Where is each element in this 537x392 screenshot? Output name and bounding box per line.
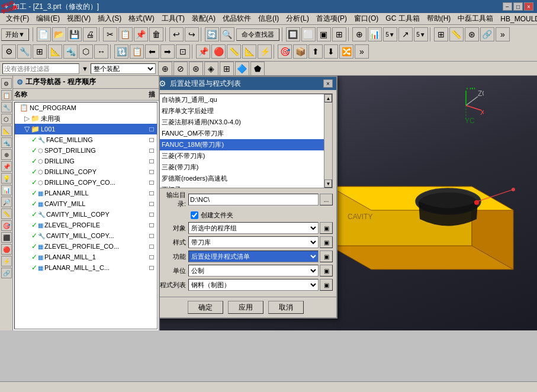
assembly-select[interactable]: 整个装配	[91, 63, 156, 74]
tb2-14[interactable]: 🔴	[211, 44, 226, 59]
style-select[interactable]: 带刀库	[188, 236, 319, 248]
side-icon-15[interactable]: 🔴	[1, 244, 12, 255]
tb-save[interactable]: 💾	[67, 27, 82, 41]
tb2-5[interactable]: 🔩	[63, 44, 78, 59]
tree-planar-mill-1-c[interactable]: ✓ ▦ PLANAR_MILL_1_C... □	[15, 262, 157, 273]
tb2-10[interactable]: ⬅	[145, 44, 159, 59]
side-icon-8[interactable]: 📌	[1, 161, 12, 172]
tb-layer[interactable]: 📊	[368, 27, 382, 41]
tb-delete[interactable]: 🗑	[149, 27, 163, 41]
tb-cut[interactable]: ✂	[103, 27, 117, 41]
object-select[interactable]: 所选中的程序组	[188, 222, 319, 234]
tb2-13[interactable]: 📌	[196, 44, 210, 59]
menu-tools[interactable]: 工具(T)	[158, 12, 188, 25]
object-select-btn[interactable]: ▣	[320, 222, 333, 234]
tree-cavity-mill-copy2[interactable]: ✓ 🔧 CAVITY_MILL_COPY... □	[15, 230, 157, 241]
side-icon-4[interactable]: ⬡	[1, 114, 12, 124]
tb-snap[interactable]: ⊕	[352, 27, 366, 41]
tree-zlevel-profile[interactable]: ✓ ▦ ZLEVEL_PROFILE □	[15, 220, 157, 230]
list-mit-notool[interactable]: 三菱(不带刀库)	[160, 150, 324, 162]
side-icon-14[interactable]: ⬛	[1, 232, 12, 243]
apply-btn[interactable]: 应用	[228, 301, 263, 314]
tb-grid[interactable]: ⊞	[434, 27, 448, 41]
tb-5[interactable]: 5▼	[383, 27, 397, 41]
tree-drilling-copy[interactable]: ✓ ⬡ DRILLING_COPY □	[15, 166, 157, 177]
tb-view2[interactable]: ⬜	[301, 27, 316, 41]
side-icon-6[interactable]: 🔩	[1, 137, 12, 148]
list-fanuc-18m[interactable]: FANUC_18M(带刀库)	[160, 139, 324, 150]
menu-info[interactable]: 信息(I)	[255, 12, 282, 25]
style-select-btn[interactable]: ▣	[320, 236, 333, 248]
menu-gc[interactable]: GC 工具箱	[382, 12, 423, 25]
menu-help[interactable]: 帮助(H)	[423, 12, 455, 25]
tb2-12[interactable]: ⊡	[176, 44, 190, 59]
prog-list-select[interactable]: 钢料（制图）	[188, 279, 319, 291]
tb2-8[interactable]: 🔃	[114, 44, 128, 59]
list-scrollbar[interactable]: ▲ ▼	[324, 94, 332, 188]
menu-hb[interactable]: HB_MOULD	[497, 14, 537, 24]
list-mitsubishi-nx3[interactable]: 三菱法那科通用(NX3.0-4.0)	[160, 117, 324, 128]
browse-btn[interactable]: ...	[320, 194, 333, 205]
tb-cmd-search[interactable]: 🔍	[220, 27, 234, 41]
tb-paste[interactable]: 📌	[134, 27, 148, 41]
unit-select-btn[interactable]: ▣	[320, 265, 333, 277]
tb2-11[interactable]: ➡	[160, 44, 175, 59]
list-mit-tool[interactable]: 三菱(带刀库)	[160, 162, 324, 173]
menu-premium[interactable]: 优品软件	[219, 12, 255, 25]
side-icon-12[interactable]: 📏	[1, 208, 12, 219]
side-icon-13[interactable]: 🎯	[1, 220, 12, 231]
start-btn[interactable]: 开始▼	[1, 28, 29, 41]
prog-list-select-btn[interactable]: ▣	[320, 279, 333, 291]
tb-open[interactable]: 📂	[52, 27, 66, 41]
side-icon-7[interactable]: ⊕	[1, 149, 12, 160]
tb-copy[interactable]: 📋	[118, 27, 133, 41]
tb-constraint[interactable]: 🔗	[480, 27, 494, 41]
tb2-21[interactable]: ⬇	[324, 44, 338, 59]
tb-select[interactable]: ↗	[398, 27, 413, 41]
tb2-more[interactable]: »	[355, 44, 369, 59]
scroll-up[interactable]: ▲	[324, 94, 332, 102]
tb2-16[interactable]: 📐	[242, 44, 256, 59]
close-btn[interactable]: ×	[524, 2, 533, 11]
tree-planar-mill[interactable]: ✓ ▦ PLANAR_MILL □	[15, 188, 157, 198]
tree-nc-program[interactable]: 📋 NC_PROGRAM	[15, 102, 157, 113]
minimize-btn[interactable]: −	[503, 2, 512, 11]
tb2-22[interactable]: 🔀	[339, 44, 353, 59]
tb-undo[interactable]: ↩	[169, 27, 184, 41]
tb-new[interactable]: 📄	[37, 27, 51, 41]
function-select-btn[interactable]: ▣	[320, 250, 333, 262]
menu-file[interactable]: 文件(F)	[2, 12, 33, 25]
menu-format[interactable]: 格式(W)	[125, 12, 157, 25]
tree-zlevel-profile-co[interactable]: ✓ ▦ ZLEVEL_PROFILE_CO... □	[15, 241, 157, 252]
side-icon-10[interactable]: 📊	[1, 185, 12, 195]
list-prog-text[interactable]: 程序单文字后处理	[160, 105, 324, 117]
tb-view4[interactable]: ⊞	[332, 27, 346, 41]
list-fanuc-om[interactable]: FANUC_OM不带刀库	[160, 128, 324, 139]
side-icon-11[interactable]: 🔎	[1, 197, 12, 207]
tb-measure[interactable]: 📏	[449, 27, 464, 41]
list-roeders[interactable]: 罗德斯(roeders)高速机	[160, 173, 324, 184]
tree-cavity-mill-copy[interactable]: ✓ 🔧 CAVITY_MILL_COPY □	[15, 209, 157, 220]
tb-view1[interactable]: 🔲	[286, 27, 300, 41]
unit-select[interactable]: 公制	[188, 265, 319, 277]
menu-insert[interactable]: 插入(S)	[94, 12, 125, 25]
tb-print[interactable]: 🖨	[83, 27, 97, 41]
side-icon-5[interactable]: 📐	[1, 126, 12, 136]
menu-edit[interactable]: 编辑(E)	[33, 12, 63, 25]
menu-zhonglei[interactable]: 中磊工具箱	[454, 12, 497, 25]
maximize-btn[interactable]: □	[513, 2, 523, 11]
side-icon-3[interactable]: 🔧	[1, 102, 12, 113]
tb-rotate[interactable]: 🔄	[205, 27, 219, 41]
menu-analysis[interactable]: 分析(L)	[282, 12, 313, 25]
tb2-2[interactable]: 🔧	[17, 44, 31, 59]
menu-window[interactable]: 窗口(O)	[351, 12, 382, 25]
dialog-close-btn[interactable]: ×	[323, 79, 333, 88]
tb-moreright[interactable]: »	[496, 27, 510, 41]
tb2-9[interactable]: 📋	[130, 44, 144, 59]
tree-cavity-mill[interactable]: ✓ ▦ CAVITY_MILL □	[15, 198, 157, 209]
filter-btn5[interactable]: ⊞	[220, 62, 234, 76]
side-icon-2[interactable]: 📋	[1, 90, 12, 101]
create-folder-checkbox[interactable]	[191, 211, 198, 219]
side-icon-16[interactable]: ⚡	[1, 256, 12, 266]
tb2-3[interactable]: ⊞	[33, 44, 47, 59]
